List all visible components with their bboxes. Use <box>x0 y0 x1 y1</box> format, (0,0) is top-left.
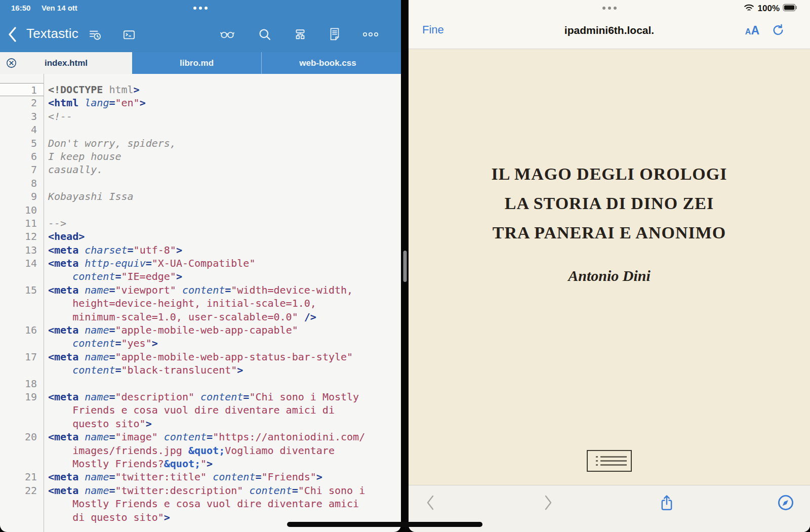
code-line[interactable]: 22<meta name="twitter:description" conte… <box>0 484 401 497</box>
tab-label: index.html <box>45 58 88 68</box>
code-line[interactable]: minimum-scale=1.0, user-scalable=0.0" /> <box>0 310 401 323</box>
code-line[interactable]: height=device-height, initial-scale=1.0, <box>0 297 401 310</box>
status-date: Ven 14 ott <box>42 4 77 12</box>
multitasking-menu-icon[interactable] <box>602 7 617 10</box>
code-line[interactable]: 11--> <box>0 217 401 230</box>
code-line[interactable]: 15<meta name="viewport" content="width=d… <box>0 283 401 297</box>
text-size-button[interactable]: AA <box>745 24 759 37</box>
code-line[interactable]: 1<!DOCTYPE html> <box>0 83 401 96</box>
code-rows: 1<!DOCTYPE html>2<html lang="en">3<!--45… <box>0 83 401 524</box>
status-time: 16:50 <box>11 4 30 12</box>
book-title-line: IL MAGO DEGLI OROLOGI <box>409 159 810 189</box>
back-chevron-icon[interactable] <box>7 25 18 44</box>
tab-libro-md[interactable]: libro.md <box>132 52 262 74</box>
recent-files-icon[interactable] <box>85 24 105 45</box>
file-info-icon[interactable] <box>325 24 345 45</box>
tab-index-html[interactable]: index.html <box>0 52 132 74</box>
code-line[interactable]: 14<meta http-equiv="X-UA-Compatible" <box>0 257 401 270</box>
code-line[interactable]: 17<meta name="apple-mobile-web-app-statu… <box>0 350 401 363</box>
textastic-header: 16:50 Ven 14 ott Textastic <box>0 0 401 52</box>
preview-glasses-icon[interactable] <box>217 24 237 45</box>
tab-label: libro.md <box>180 58 214 68</box>
code-line[interactable]: content="black-translucent"> <box>0 363 401 377</box>
code-line[interactable]: 7casually. <box>0 163 401 176</box>
app-back-label[interactable]: Textastic <box>26 26 78 42</box>
battery-icon <box>783 4 798 14</box>
code-line[interactable]: Mostly Friends?&quot;"> <box>0 457 401 470</box>
more-ellipsis-icon[interactable] <box>360 24 381 45</box>
code-line[interactable]: content="yes"> <box>0 337 401 350</box>
search-icon[interactable] <box>255 24 275 45</box>
forward-chevron-icon[interactable] <box>538 493 558 513</box>
status-icons: 100% <box>743 3 798 14</box>
split-view-drag-handle[interactable] <box>403 251 407 282</box>
home-indicator[interactable] <box>287 522 482 527</box>
book-title: IL MAGO DEGLI OROLOGILA STORIA DI DINO Z… <box>409 50 810 248</box>
code-line[interactable]: 12<head> <box>0 230 401 243</box>
symbol-navigator-icon[interactable] <box>290 24 310 45</box>
safari-compass-icon[interactable] <box>776 493 796 513</box>
share-icon[interactable] <box>657 493 677 513</box>
snippets-keyboard-icon[interactable] <box>119 24 139 45</box>
code-line[interactable]: 5Don't worry, spiders, <box>0 137 401 150</box>
tab-bar: index.html libro.md web-book.css <box>0 52 401 74</box>
battery-percent: 100% <box>758 4 780 14</box>
code-line[interactable]: 4 <box>0 123 401 136</box>
code-line[interactable]: 19<meta name="description" content="Chi … <box>0 390 401 403</box>
book-title-line: LA STORIA DI DINO ZEI <box>409 189 810 218</box>
code-line[interactable]: 13<meta charset="utf-8"> <box>0 243 401 257</box>
safari-header: 100% Fine ipadmini6th.local. AA <box>409 0 810 49</box>
code-line[interactable]: images/friends.jpg &quot;Vogliamo divent… <box>0 444 401 457</box>
split-view-divider[interactable] <box>401 0 409 532</box>
code-line[interactable]: 21<meta name="twitter:title" content="Fr… <box>0 470 401 483</box>
code-line[interactable]: 3<!-- <box>0 110 401 123</box>
safari-window: 100% Fine ipadmini6th.local. AA IL MAGO … <box>409 0 810 532</box>
back-chevron-icon[interactable] <box>420 493 440 513</box>
book-title-line: TRA PANERAI E ANONIMO <box>409 218 810 248</box>
code-line[interactable]: 10 <box>0 203 401 217</box>
code-line[interactable]: 2<html lang="en"> <box>0 96 401 109</box>
web-page: IL MAGO DEGLI OROLOGILA STORIA DI DINO Z… <box>409 50 810 485</box>
wifi-icon <box>743 3 755 14</box>
gutter-separator <box>44 74 44 532</box>
code-line[interactable]: 6I keep house <box>0 150 401 163</box>
tab-label: web-book.css <box>299 58 356 68</box>
code-line[interactable]: 9Kobayashi Issa <box>0 190 401 203</box>
code-line[interactable]: 18 <box>0 377 401 390</box>
code-line[interactable]: 20<meta name="image" content="https://an… <box>0 430 401 443</box>
list-image-placeholder-icon <box>587 450 632 472</box>
book-author: Antonio Dini <box>409 267 810 285</box>
code-line[interactable]: Friends e cosa vuol dire diventare amici… <box>0 403 401 417</box>
code-line[interactable]: 16<meta name="apple-mobile-web-app-capab… <box>0 323 401 337</box>
code-line[interactable]: Mostly Friends e cosa vuol dire diventar… <box>0 497 401 510</box>
tab-web-book-css[interactable]: web-book.css <box>262 52 394 74</box>
code-line[interactable]: questo sito"> <box>0 417 401 430</box>
tab-bar-filler <box>394 52 401 74</box>
reload-icon[interactable] <box>771 22 787 38</box>
code-line[interactable]: content="IE=edge"> <box>0 270 401 283</box>
code-line[interactable]: 8 <box>0 177 401 190</box>
code-editor[interactable]: 1<!DOCTYPE html>2<html lang="en">3<!--45… <box>0 74 401 532</box>
multitasking-menu-icon[interactable] <box>193 7 208 10</box>
close-tab-icon[interactable] <box>5 57 18 69</box>
textastic-window: 16:50 Ven 14 ott Textastic <box>0 0 401 532</box>
